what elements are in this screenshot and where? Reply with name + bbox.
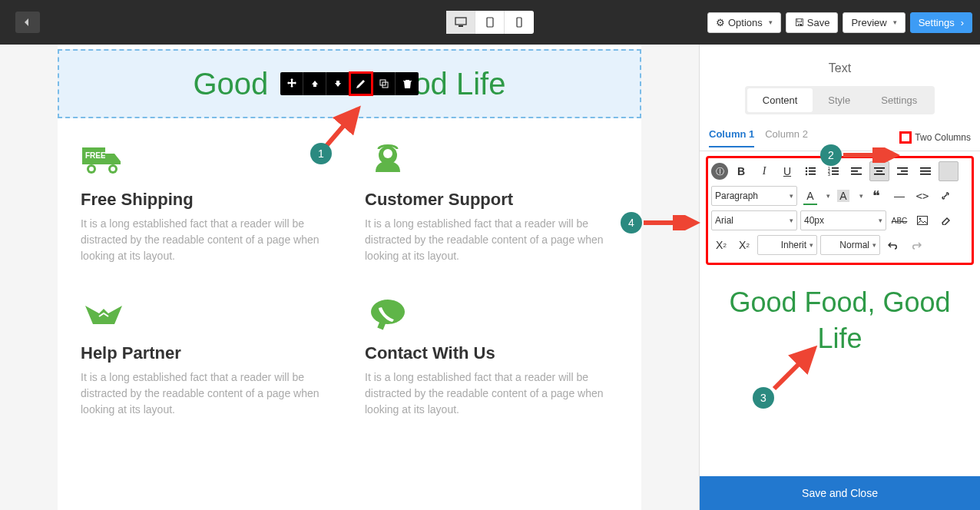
preview-button[interactable]: Preview▾ [843,12,905,33]
feature-desc: It is a long established fact that a rea… [81,216,334,264]
caret-down-icon: ▾ [790,217,793,224]
align-justify-icon [920,167,931,176]
chevron-right-icon: › [961,17,964,28]
save-button[interactable]: 🖫Save [786,12,839,33]
block-format-select[interactable]: Paragraph▾ [711,186,797,206]
svg-text:FREE: FREE [85,151,106,160]
svg-rect-30 [851,174,862,175]
paste-text-button[interactable]: Ⓘ [711,163,728,180]
align-left-button[interactable] [846,161,866,181]
tab-style[interactable]: Style [813,88,866,112]
headset-icon [365,141,411,180]
svg-point-18 [806,171,807,172]
callout-3: 3 [753,387,774,409]
align-center-button[interactable] [869,161,889,181]
ol-icon: 123 [828,167,839,176]
caret-down-icon: ▾ [872,241,876,249]
horizontal-rule-button[interactable]: — [889,186,909,206]
svg-point-13 [383,149,392,158]
undo-button[interactable] [883,235,903,255]
caret-down-icon[interactable]: ▾ [859,192,863,200]
image-button[interactable] [912,210,932,230]
svg-rect-27 [832,174,839,175]
pencil-icon [356,79,366,89]
annotation-arrow-3 [770,341,823,395]
line-height-select[interactable]: Inherit▾ [757,235,817,255]
unordered-list-button[interactable] [800,161,820,181]
move-button[interactable] [280,72,303,95]
svg-rect-39 [920,174,931,175]
title-part1: Good [194,67,269,101]
text-color-button[interactable]: A [800,186,820,206]
arrow-up-icon [310,79,319,88]
back-button[interactable] [15,12,40,33]
feature-item: Help Partner It is a long established fa… [81,295,334,418]
subscript-button[interactable]: X2 [711,235,731,255]
caret-down-icon[interactable]: ▾ [826,192,830,200]
bold-button[interactable]: B [731,161,751,181]
delete-button[interactable] [396,72,419,95]
undo-icon [888,240,899,250]
clear-align-button[interactable] [939,161,958,181]
save-and-close-button[interactable]: Save and Close [700,476,980,510]
link-icon [940,190,951,201]
align-right-button[interactable] [892,161,912,181]
blockquote-button[interactable]: ❝ [866,186,886,206]
options-button[interactable]: ⚙Options▾ [707,12,781,33]
caret-down-icon: ▾ [809,241,813,249]
settings-label: Settings [919,17,955,28]
svg-rect-33 [874,174,885,175]
link-button[interactable] [935,186,955,206]
edit-button[interactable] [349,72,372,95]
feature-title: Customer Support [365,190,618,210]
caret-down-icon: ▾ [790,192,793,200]
settings-button[interactable]: Settings› [910,12,972,33]
tab-content[interactable]: Content [747,88,813,112]
column-1-tab[interactable]: Column 1 [709,128,754,147]
move-up-button[interactable] [303,72,326,95]
column-tabs: Column 1 Column 2 Two Columns [700,124,980,151]
feature-item: Contact With Us It is a long established… [365,295,618,418]
feature-desc: It is a long established fact that a rea… [365,369,618,418]
move-down-button[interactable] [326,72,349,95]
underline-button[interactable]: U [777,161,797,181]
callout-4: 4 [621,212,642,233]
italic-button[interactable]: I [754,161,774,181]
font-family-select[interactable]: Arial▾ [711,210,797,230]
tablet-icon [485,17,495,28]
callout-1: 1 [310,143,332,164]
superscript-button[interactable]: X2 [734,235,754,255]
svg-rect-40 [918,217,928,225]
svg-rect-1 [459,25,463,27]
duplicate-button[interactable] [372,72,396,95]
feature-title: Help Partner [81,343,334,363]
svg-rect-36 [897,174,908,175]
svg-rect-31 [874,167,885,169]
column-2-tab[interactable]: Column 2 [765,128,808,146]
svg-rect-28 [851,167,862,169]
tab-settings[interactable]: Settings [866,88,932,112]
svg-point-9 [89,167,94,171]
align-justify-button[interactable] [915,161,935,181]
svg-line-43 [774,349,814,389]
svg-point-41 [919,218,922,220]
clear-formatting-button[interactable] [935,210,955,230]
handshake-icon [81,295,127,333]
feature-title: Contact With Us [365,343,618,363]
move-icon [286,78,297,89]
svg-rect-32 [876,171,882,172]
two-columns-checkbox[interactable] [899,131,912,144]
mobile-view-button[interactable] [505,11,534,34]
tablet-view-button[interactable] [475,11,505,34]
two-columns-toggle[interactable]: Two Columns [899,131,971,144]
redo-button[interactable] [906,235,926,255]
font-weight-select[interactable]: Normal▾ [820,235,880,255]
text-editor-content[interactable]: Good Food, Good Life [700,270,980,373]
font-size-select[interactable]: 40px▾ [800,210,886,230]
desktop-view-button[interactable] [446,11,475,34]
code-button[interactable]: <> [912,186,932,206]
caret-down-icon: ▾ [893,18,897,26]
highlight-color-button[interactable]: A [833,186,853,206]
strikethrough-button[interactable]: ABC [889,210,909,230]
svg-point-20 [806,174,807,175]
